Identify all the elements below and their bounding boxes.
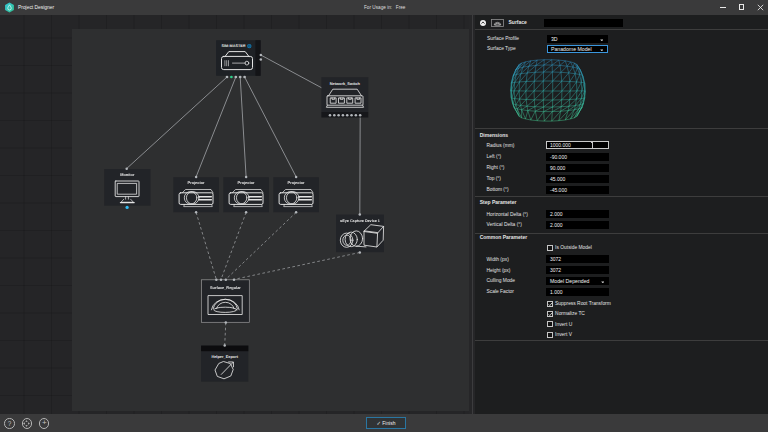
- svg-text:Helper_Export: Helper_Export: [211, 354, 238, 359]
- svg-text:Projector: Projector: [288, 180, 306, 185]
- svg-text:Projector: Projector: [238, 180, 256, 185]
- svg-text:uEye Capture Device 1: uEye Capture Device 1: [340, 219, 380, 223]
- svg-text:Monitor: Monitor: [120, 172, 135, 177]
- svg-text:Network_Switch: Network_Switch: [330, 81, 361, 86]
- svg-text:Surface_Regular: Surface_Regular: [210, 285, 241, 290]
- svg-text:SIM-MASTER: SIM-MASTER: [221, 44, 245, 48]
- svg-text:Projector: Projector: [188, 180, 206, 185]
